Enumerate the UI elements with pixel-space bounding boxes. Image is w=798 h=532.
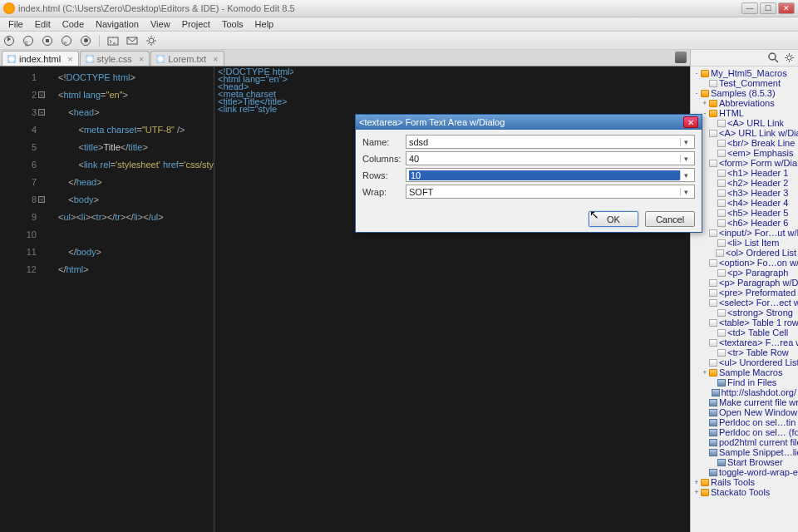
tree-item[interactable]: pod2html current file bbox=[691, 437, 798, 447]
snippet-tree[interactable]: -My_Html5_MacrosTest_Comment-Samples (8.… bbox=[691, 66, 798, 532]
tree-item[interactable]: Perldoc on sel…tin functions) bbox=[691, 417, 798, 427]
dropdown-arrow-icon[interactable]: ▾ bbox=[680, 171, 692, 180]
tree-item[interactable]: <ul> Unordered List bbox=[691, 357, 798, 367]
close-tab-icon[interactable]: × bbox=[213, 54, 218, 64]
tree-item[interactable]: -Samples (8.5.3) bbox=[691, 88, 798, 98]
record-button[interactable] bbox=[80, 35, 91, 47]
fold-toggle[interactable]: - bbox=[38, 196, 45, 203]
tree-twisty[interactable]: + bbox=[701, 368, 709, 377]
tree-item[interactable]: <em> Emphasis bbox=[691, 148, 798, 158]
tree-twisty[interactable]: + bbox=[692, 478, 701, 486]
tree-item[interactable]: -My_Html5_Macros bbox=[691, 68, 798, 78]
menu-help[interactable]: Help bbox=[250, 17, 279, 31]
menu-edit[interactable]: Edit bbox=[30, 17, 56, 31]
maximize-button[interactable]: ☐ bbox=[760, 2, 776, 14]
tree-item[interactable]: <h1> Header 1 bbox=[691, 168, 798, 178]
tree-item[interactable]: Make current file writeable bbox=[691, 397, 798, 407]
dropdown-arrow-icon[interactable]: ▾ bbox=[680, 155, 692, 163]
tree-item[interactable]: Sample Snippet…lick to Insert bbox=[691, 447, 798, 457]
name-input[interactable]: sdsd▾ bbox=[406, 135, 695, 149]
close-window-button[interactable]: ✕ bbox=[778, 2, 795, 14]
tree-item[interactable]: <h3> Header 3 bbox=[691, 188, 798, 198]
tree-item[interactable]: <ol> Ordered List bbox=[691, 248, 798, 258]
tree-item[interactable]: <h2> Header 2 bbox=[691, 178, 798, 188]
tree-item[interactable]: <h4> Header 4 bbox=[691, 198, 798, 208]
tree-item[interactable]: <textarea> F…rea w/Dialog bbox=[691, 337, 798, 347]
tree-item[interactable]: Start Browser bbox=[691, 457, 798, 467]
file-icon bbox=[717, 190, 726, 197]
menu-file[interactable]: File bbox=[3, 17, 28, 31]
tree-item[interactable]: <li> List Item bbox=[691, 238, 798, 248]
tree-item[interactable]: <p> Paragraph bbox=[691, 268, 798, 278]
pause-button[interactable] bbox=[22, 35, 34, 47]
tree-item[interactable]: <table> Table 1 row 1 col bbox=[691, 318, 798, 328]
columns-input[interactable]: 40▾ bbox=[406, 151, 695, 165]
menu-project[interactable]: Project bbox=[177, 17, 215, 31]
tree-item[interactable]: <A> URL Link bbox=[691, 118, 798, 128]
tree-twisty[interactable]: - bbox=[692, 89, 701, 97]
tree-item[interactable]: -HTML bbox=[691, 108, 798, 118]
tree-twisty[interactable]: + bbox=[701, 99, 709, 107]
tree-item[interactable]: +Sample Macros bbox=[691, 367, 798, 377]
tree-twisty[interactable]: + bbox=[692, 488, 701, 496]
minimap[interactable]: <!DOCTYPE html><html lang="en"> <head> <… bbox=[214, 66, 293, 532]
ok-button[interactable]: OK bbox=[589, 211, 638, 227]
fold-toggle[interactable]: - bbox=[38, 109, 45, 116]
tree-item[interactable]: <pre> Preformated Text bbox=[691, 288, 798, 298]
console-button[interactable] bbox=[107, 35, 119, 47]
tree-item[interactable]: +Stackato Tools bbox=[691, 487, 798, 497]
menu-view[interactable]: View bbox=[145, 17, 175, 31]
dropdown-arrow-icon[interactable]: ▾ bbox=[680, 138, 692, 146]
menu-tools[interactable]: Tools bbox=[217, 17, 249, 31]
tab-list-button[interactable] bbox=[675, 52, 687, 63]
tree-item[interactable]: <select> For…ect w/Dialog bbox=[691, 298, 798, 308]
tree-item[interactable]: <tr> Table Row bbox=[691, 347, 798, 357]
tree-item[interactable]: <p> Paragraph w/Dialog bbox=[691, 278, 798, 288]
tree-item[interactable]: <h5> Header 5 bbox=[691, 208, 798, 218]
tree-item[interactable]: +Rails Tools bbox=[691, 477, 798, 487]
tab-style-css[interactable]: style.css× bbox=[80, 51, 150, 66]
tree-item[interactable]: <form> Form w/Dialog bbox=[691, 158, 798, 168]
settings-button[interactable] bbox=[145, 35, 157, 47]
tree-item[interactable]: Perldoc on sel… (for modules) bbox=[691, 427, 798, 437]
dialog-close-button[interactable]: ✕ bbox=[683, 116, 698, 128]
tree-item[interactable]: <h6> Header 6 bbox=[691, 218, 798, 228]
tree-item[interactable]: <strong> Strong bbox=[691, 308, 798, 318]
tree-item[interactable]: <input/> For…ut w/Dialog bbox=[691, 228, 798, 238]
step-over-button[interactable] bbox=[61, 35, 72, 47]
tree-item[interactable]: toggle-word-wrap-edit bbox=[691, 467, 798, 477]
stop-button[interactable] bbox=[42, 35, 53, 47]
cancel-button[interactable]: Cancel bbox=[645, 211, 695, 227]
tree-item[interactable]: http://slashdot.org/ bbox=[691, 387, 798, 397]
tree-label: Samples (8.5.3) bbox=[711, 88, 776, 98]
tab-index-html[interactable]: index.html× bbox=[2, 51, 79, 66]
tree-item[interactable]: <A> URL Link w/Dialog bbox=[691, 128, 798, 138]
tree-item[interactable]: <td> Table Cell bbox=[691, 328, 798, 337]
tree-twisty[interactable]: - bbox=[692, 69, 701, 77]
tree-item[interactable]: +Abbreviations bbox=[691, 98, 798, 108]
tree-item[interactable]: Test_Comment bbox=[691, 78, 798, 88]
fold-toggle[interactable]: - bbox=[38, 91, 45, 98]
tree-item[interactable]: Find in Files bbox=[691, 377, 798, 387]
wrap-input[interactable]: SOFT▾ bbox=[406, 185, 695, 199]
minimize-button[interactable]: — bbox=[741, 2, 758, 14]
tree-item[interactable]: Open New Window bbox=[691, 407, 798, 417]
tab-Lorem-txt[interactable]: Lorem.txt× bbox=[150, 51, 224, 66]
play-button[interactable] bbox=[3, 35, 15, 47]
menu-code[interactable]: Code bbox=[57, 17, 89, 31]
tree-label: Start Browser bbox=[727, 457, 783, 467]
dropdown-arrow-icon[interactable]: ▾ bbox=[680, 188, 692, 196]
close-tab-icon[interactable]: × bbox=[67, 54, 72, 64]
tree-item[interactable]: <br/> Break Line bbox=[691, 138, 798, 148]
menu-navigation[interactable]: Navigation bbox=[91, 17, 144, 31]
line-number: 4 bbox=[0, 121, 37, 139]
gear-icon[interactable] bbox=[784, 52, 795, 63]
tree-item[interactable]: <option> Fo…on w/Dialog bbox=[691, 258, 798, 268]
search-icon[interactable] bbox=[768, 52, 779, 63]
rows-input[interactable]: 10▾ bbox=[406, 168, 695, 182]
dialog-title-bar[interactable]: <textarea> Form Text Area w/Dialog ✕ bbox=[356, 115, 702, 130]
mail-button[interactable] bbox=[126, 35, 138, 47]
action-icon bbox=[709, 449, 717, 456]
code-area[interactable]: <!DOCTYPE html> <html lang="en"> <head> … bbox=[43, 66, 214, 532]
close-tab-icon[interactable]: × bbox=[139, 54, 144, 64]
